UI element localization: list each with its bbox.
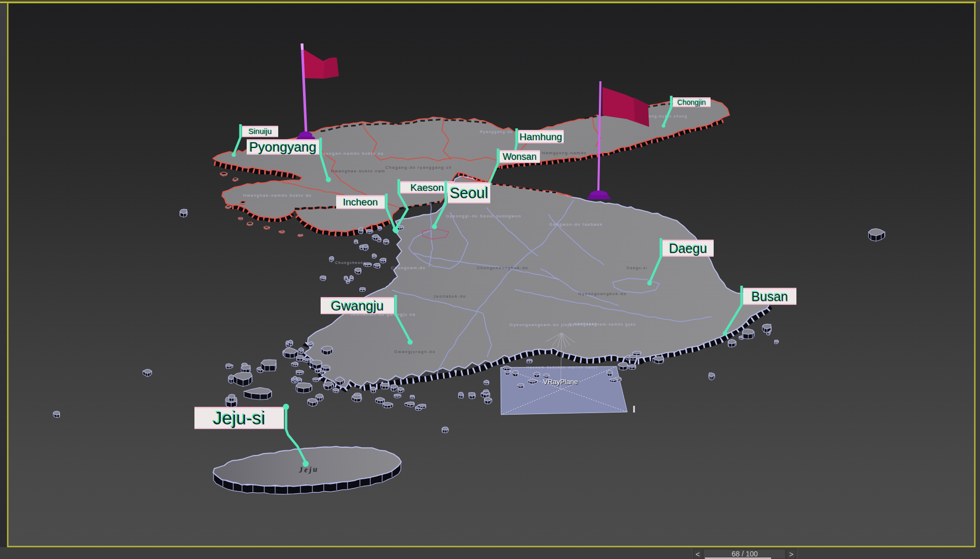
svg-text:Daegu: Daegu [669,241,707,256]
svg-text:Jeollabuk-do: Jeollabuk-do [433,294,466,299]
svg-text:Gangwon-do taebaek: Gangwon-do taebaek [549,222,603,227]
svg-text:Incheon: Incheon [343,197,378,208]
svg-text:Chagang-do ryanggang ch: Chagang-do ryanggang ch [385,165,452,170]
svg-text:Daegu-si: Daegu-si [627,266,647,270]
svg-text:Gwangju: Gwangju [331,298,384,314]
svg-text:Wonsan: Wonsan [503,152,537,162]
svg-text:Kaeson: Kaeson [411,182,444,193]
svg-text:Seoul: Seoul [450,185,488,201]
svg-text:Sinuiju: Sinuiju [248,127,272,136]
svg-text:Gyeongsangnam-do jinju: Gyeongsangnam-do jinju [509,322,572,327]
svg-text:Chungcheong: Chungcheong [335,261,366,265]
svg-text:Jeju: Jeju [298,465,319,474]
svg-text:Hamhung: Hamhung [520,131,562,142]
svg-text:Jeju-si: Jeju-si [213,408,265,428]
svg-text:Hamgyong-namdo: Hamgyong-namdo [542,151,587,155]
svg-text:Chungnam-do: Chungnam-do [391,266,426,270]
svg-text:Gyeonggi-do Seoul sudogwon: Gyeonggi-do Seoul sudogwon [446,214,521,218]
svg-text:Busan: Busan [751,289,788,304]
svg-text:VRayPlane: VRayPlane [543,378,578,386]
svg-text:Chungcheongbuk-do: Chungcheongbuk-do [477,266,529,270]
svg-text:>: > [789,550,793,558]
svg-text:68 / 100: 68 / 100 [732,550,758,558]
svg-text:Haenam dadohae marine sanct: Haenam dadohae marine sanct [526,365,598,369]
svg-text:Pyongyang: Pyongyang [249,139,316,155]
svg-text:Hwanghae-bukto nam: Hwanghae-bukto nam [331,169,385,173]
svg-text:Gwangjuragn-do: Gwangjuragn-do [394,349,435,354]
svg-text:Pyongan-namdo bukto os: Pyongan-namdo bukto os [320,151,384,156]
svg-text:Gyeongsangbuk-do: Gyeongsangbuk-do [578,291,627,296]
svg-text:<: < [696,550,700,558]
svg-text:Hwanghae-namdo bukto do: Hwanghae-namdo bukto do [243,193,312,198]
svg-text:namhaean: namhaean [574,322,597,326]
svg-text:Chongjin: Chongjin [677,98,706,107]
